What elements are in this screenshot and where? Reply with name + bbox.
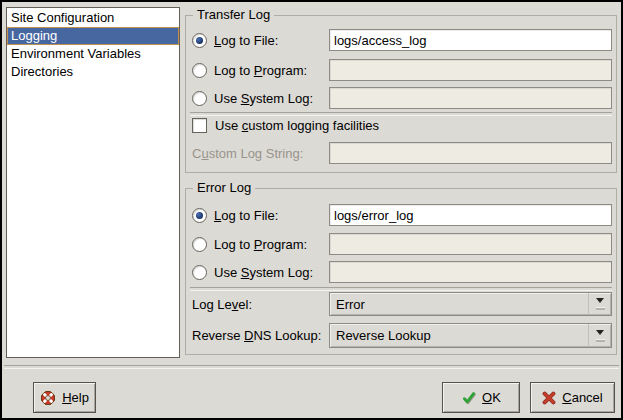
logging-dialog: Site Configuration Logging Environment V…: [0, 0, 623, 420]
dropdown-arrow-icon: [588, 293, 611, 315]
radio-transfer-log-to-program[interactable]: Log to Program:: [192, 59, 307, 81]
radio-indicator: [192, 237, 207, 252]
help-button-label: Help: [62, 390, 89, 405]
dropdown-arrow-icon: [588, 324, 611, 347]
reverse-dns-label-row: Reverse DNS Lookup:: [192, 323, 321, 348]
radio-transfer-log-to-file[interactable]: Log to File:: [192, 29, 278, 51]
ok-button-label: OK: [482, 390, 501, 405]
error-log-file-input[interactable]: [329, 204, 612, 226]
radio-indicator: [192, 265, 207, 280]
error-system-log-input: [329, 261, 612, 283]
radio-indicator: [192, 91, 207, 106]
checkbox-label: Use custom logging facilities: [215, 118, 379, 133]
cross-icon: [542, 391, 556, 405]
reverse-dns-value: Reverse Lookup: [330, 328, 588, 343]
radio-label: Use System Log:: [214, 91, 313, 106]
error-log-title: Error Log: [193, 180, 255, 196]
checkbox-indicator: [192, 118, 207, 133]
radio-transfer-use-system-log[interactable]: Use System Log:: [192, 87, 313, 109]
radio-indicator: [192, 63, 207, 78]
button-area-separator: [4, 365, 619, 369]
radio-label: Use System Log:: [214, 265, 313, 280]
cancel-button[interactable]: Cancel: [530, 382, 615, 413]
radio-indicator: [192, 208, 207, 223]
radio-error-log-to-program[interactable]: Log to Program:: [192, 233, 307, 255]
sidebar-item-logging[interactable]: Logging: [7, 27, 179, 45]
radio-indicator: [192, 33, 207, 48]
sidebar-item-directories[interactable]: Directories: [7, 63, 179, 81]
custom-log-string-label: Custom Log String:: [192, 146, 303, 161]
transfer-log-program-input: [329, 59, 612, 81]
log-level-dropdown[interactable]: Error: [329, 292, 612, 316]
category-list: Site Configuration Logging Environment V…: [6, 7, 180, 358]
sidebar-item-environment-variables[interactable]: Environment Variables: [7, 45, 179, 63]
radio-label: Log to File:: [214, 208, 278, 223]
check-icon: [461, 390, 476, 405]
help-button[interactable]: Help: [33, 382, 96, 413]
log-level-label: Log Level:: [192, 297, 252, 312]
custom-log-string-row: Custom Log String:: [192, 142, 303, 164]
error-log-separator: [190, 287, 612, 291]
reverse-dns-label: Reverse DNS Lookup:: [192, 328, 321, 343]
transfer-system-log-input: [329, 87, 612, 109]
log-level-value: Error: [330, 297, 588, 312]
ok-button[interactable]: OK: [442, 382, 520, 413]
radio-error-use-system-log[interactable]: Use System Log:: [192, 261, 313, 283]
sidebar-item-site-configuration[interactable]: Site Configuration: [7, 9, 179, 27]
transfer-log-title: Transfer Log: [193, 7, 274, 23]
log-level-label-row: Log Level:: [192, 292, 252, 316]
radio-error-log-to-file[interactable]: Log to File:: [192, 204, 278, 226]
reverse-dns-dropdown[interactable]: Reverse Lookup: [329, 323, 612, 348]
cancel-button-label: Cancel: [562, 390, 602, 405]
custom-log-string-input: [329, 142, 612, 164]
transfer-log-file-input[interactable]: [329, 29, 612, 51]
radio-label: Log to Program:: [214, 237, 307, 252]
checkbox-use-custom-logging-facilities[interactable]: Use custom logging facilities: [192, 116, 379, 134]
lifebuoy-icon: [40, 390, 56, 406]
error-log-program-input: [329, 233, 612, 255]
radio-label: Log to Program:: [214, 63, 307, 78]
radio-label: Log to File:: [214, 33, 278, 48]
